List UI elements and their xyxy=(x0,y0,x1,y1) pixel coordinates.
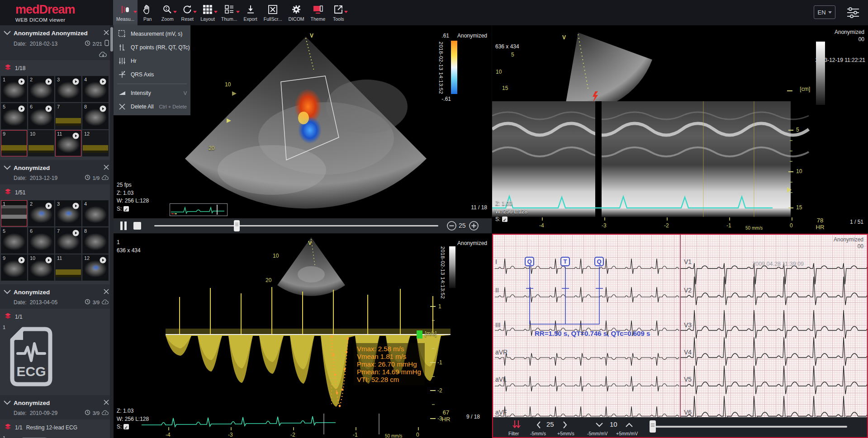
viewport-spectral-doppler[interactable]: 1 636 x 434 V 10 20 Anonymized 2018-02-1… xyxy=(114,234,492,438)
gain-decrease-button[interactable] xyxy=(595,422,603,430)
close-icon[interactable] xyxy=(104,399,109,407)
checkbox-checked-icon[interactable] xyxy=(123,424,129,429)
history-clock-icon[interactable] xyxy=(85,410,90,417)
history-clock-icon[interactable] xyxy=(85,299,90,306)
history-clock-icon[interactable] xyxy=(85,40,90,47)
menu-item-delete-all[interactable]: Delete All Ctrl + Delete xyxy=(114,100,190,113)
thumbnail[interactable]: 11 xyxy=(55,254,81,281)
cine-slider-handle[interactable] xyxy=(234,220,240,231)
study-header[interactable]: Anonymized Date: 2013-04-05 3/9 xyxy=(0,284,114,309)
thumbnail[interactable]: 8 xyxy=(82,227,109,254)
theme-button[interactable]: Theme xyxy=(308,0,329,25)
ecg-scroll-track[interactable] xyxy=(655,426,847,428)
tools-button[interactable]: Tools xyxy=(328,0,348,25)
thumbnail[interactable]: 9 xyxy=(1,130,27,156)
stop-button[interactable] xyxy=(133,222,141,231)
chevron-down-icon[interactable] xyxy=(4,164,11,172)
play-icon[interactable] xyxy=(18,257,25,265)
play-icon[interactable] xyxy=(45,105,52,114)
play-icon[interactable] xyxy=(100,257,106,265)
play-icon[interactable] xyxy=(100,78,106,87)
sidebar-scrollbar[interactable] xyxy=(110,25,114,438)
thumbnail[interactable]: 8 xyxy=(82,103,109,129)
pan-button[interactable]: Pan xyxy=(138,0,157,25)
thumbnail[interactable]: 3 xyxy=(55,76,81,102)
ecg-document-thumbnail[interactable]: 1 ECG xyxy=(4,436,71,438)
thumbnail[interactable]: 2 xyxy=(28,200,54,226)
checkbox-checked-icon[interactable] xyxy=(123,206,129,212)
chevron-down-icon[interactable] xyxy=(4,29,11,37)
play-icon[interactable] xyxy=(72,132,79,141)
series-row[interactable]: 1/1 Resting 12-lead ECG xyxy=(0,419,114,434)
thumbnail[interactable]: 2 xyxy=(28,76,54,102)
menu-item-hr[interactable]: Hr xyxy=(114,54,190,68)
cloud-download-icon[interactable] xyxy=(102,410,109,417)
thumbnail[interactable]: 7 xyxy=(55,103,81,129)
measure-button[interactable]: Measu... xyxy=(113,0,138,25)
checkbox-checked-icon[interactable] xyxy=(502,217,508,222)
play-icon[interactable] xyxy=(18,105,25,114)
study-header[interactable]: Anonymized Date: 2010-09-29 3/9 xyxy=(0,395,114,419)
thumbnail[interactable]: 12 xyxy=(82,130,109,156)
thumbnail[interactable]: 6 xyxy=(28,103,54,129)
thumbnail[interactable]: 10 xyxy=(28,254,54,281)
reset-button[interactable]: Reset xyxy=(177,0,197,25)
zoom-button[interactable]: Zoom xyxy=(157,0,177,25)
menu-item-intensity[interactable]: Intensity V xyxy=(114,86,190,100)
cloud-download-icon[interactable] xyxy=(99,51,107,59)
cine-slider-track[interactable] xyxy=(154,225,438,226)
play-icon[interactable] xyxy=(45,78,52,87)
viewport-ecg[interactable]: I II III aVR aVL aVF V1 V2 V3 V4 V5 V6 Q… xyxy=(492,234,868,438)
close-icon[interactable] xyxy=(104,29,109,37)
speed-decrease-button[interactable] xyxy=(447,221,456,232)
qt-marker-t[interactable]: T xyxy=(560,257,570,266)
s-toggle[interactable]: S: xyxy=(117,205,149,213)
speed-decrease-button[interactable] xyxy=(536,421,542,431)
close-icon[interactable] xyxy=(104,288,109,296)
thumbnail[interactable]: 5 xyxy=(1,227,27,254)
menu-item-qrs-axis[interactable]: QRS Axis xyxy=(114,68,190,81)
play-icon[interactable] xyxy=(72,230,79,238)
close-icon[interactable] xyxy=(104,164,109,172)
thumbnail[interactable]: 1 xyxy=(1,76,27,102)
study-header[interactable]: Anonymized Date: 2013-12-19 1/9 xyxy=(0,160,114,184)
cloud-download-icon[interactable] xyxy=(102,175,109,182)
play-icon[interactable] xyxy=(45,203,52,211)
speed-increase-button[interactable] xyxy=(469,221,479,232)
play-icon[interactable] xyxy=(100,105,106,114)
speed-increase-button[interactable] xyxy=(562,421,568,431)
thumbnails-button[interactable]: Thum... xyxy=(218,0,241,25)
series-row[interactable]: 1/1 xyxy=(0,309,114,324)
series-row[interactable]: 1/18 xyxy=(0,60,114,75)
thumbnail[interactable]: 6 xyxy=(28,227,54,254)
play-icon[interactable] xyxy=(45,257,52,265)
language-selector[interactable]: EN xyxy=(814,5,835,19)
s-toggle[interactable]: S: xyxy=(117,423,149,431)
gain-increase-button[interactable] xyxy=(625,422,633,430)
thumbnail[interactable]: 12 xyxy=(82,254,109,281)
play-icon[interactable] xyxy=(72,78,79,87)
qt-marker-q1[interactable]: Q xyxy=(525,257,534,266)
chevron-down-icon[interactable] xyxy=(4,399,11,407)
qt-marker-q2[interactable]: Q xyxy=(594,257,604,266)
ecg-document-thumbnail[interactable]: 1 ECG xyxy=(4,325,71,391)
play-icon[interactable] xyxy=(72,203,79,211)
thumbnail[interactable]: 9 xyxy=(1,254,27,281)
s-toggle[interactable]: S: xyxy=(495,216,527,224)
thumbnail[interactable]: 1 xyxy=(1,200,27,226)
fullscreen-button[interactable]: FullScr... xyxy=(261,0,285,25)
cloud-download-icon[interactable] xyxy=(102,299,109,306)
device-icon[interactable] xyxy=(104,40,109,47)
chevron-down-icon[interactable] xyxy=(4,288,11,296)
export-button[interactable]: Export xyxy=(240,0,260,25)
thumbnail[interactable]: 5 xyxy=(1,103,27,129)
thumbnail[interactable]: 10 xyxy=(28,130,54,156)
dicom-button[interactable]: DICOM xyxy=(285,0,308,25)
thumbnail[interactable]: 4 xyxy=(82,200,109,226)
menu-item-measurement[interactable]: Measurement (mV, s) xyxy=(114,27,190,41)
play-icon[interactable] xyxy=(18,78,25,87)
study-header[interactable]: Anonymized Anonymized Date: 2018-02-13 2… xyxy=(0,25,114,50)
filter-icon[interactable] xyxy=(512,420,521,432)
pause-button[interactable] xyxy=(120,221,127,232)
history-clock-icon[interactable] xyxy=(85,174,90,182)
